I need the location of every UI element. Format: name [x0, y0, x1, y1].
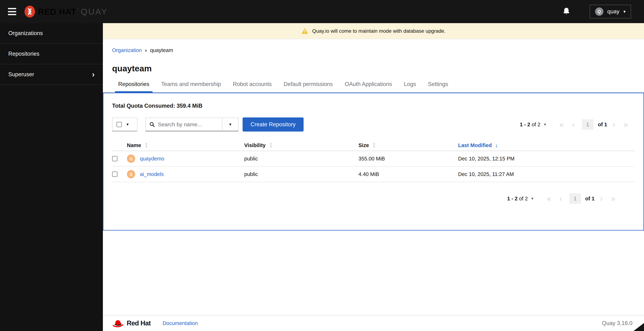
breadcrumb-current: quayteam	[150, 47, 173, 53]
sidebar-item-repositories[interactable]: Repositories	[0, 44, 103, 64]
select-all-checkbox[interactable]	[116, 122, 122, 127]
banner-message: Quay.io will come to maintain mode with …	[312, 28, 446, 34]
brand-redhat-text: RED HAT	[38, 7, 76, 17]
tab-settings[interactable]: Settings	[428, 81, 448, 93]
previous-page-button[interactable]: ‹	[557, 195, 565, 203]
sidebar-item-label: Repositories	[8, 51, 39, 57]
pagination-bottom: 1 - 2 of 2 ▾ « ‹ of 1 › »	[507, 193, 618, 204]
page-count: of 1	[585, 196, 594, 202]
sort-descending-icon[interactable]: ↓	[495, 142, 498, 149]
pagination-range-suffix: of 2	[530, 122, 540, 127]
first-page-button[interactable]: «	[556, 121, 566, 128]
user-name: quay	[607, 8, 620, 15]
tab-repositories[interactable]: Repositories	[118, 81, 149, 93]
sidebar-item-superuser[interactable]: Superuser ›	[0, 64, 103, 85]
pagination-range-strong: 1 - 2	[507, 196, 518, 201]
user-avatar: Q	[595, 8, 604, 16]
table-row: Q quaydemo public 355.00 MiB Dec 10, 202…	[112, 151, 635, 167]
documentation-link[interactable]: Documentation	[162, 320, 198, 326]
repo-last-modified: Dec 10, 2025, 11:27 AM	[458, 171, 635, 177]
registered-mark: ®	[76, 7, 79, 11]
next-page-button[interactable]: ›	[597, 195, 606, 203]
tab-logs[interactable]: Logs	[404, 81, 416, 93]
previous-page-button[interactable]: ‹	[569, 121, 578, 128]
sidebar-item-label: Superuser	[8, 71, 34, 78]
user-menu[interactable]: Q quay ▾	[590, 5, 631, 19]
column-header-size[interactable]: Size	[358, 142, 369, 148]
hamburger-menu-icon[interactable]	[8, 8, 16, 15]
column-header-visibility[interactable]: Visibility	[244, 142, 266, 148]
repo-last-modified: Dec 10, 2025, 12:15 PM	[458, 156, 635, 162]
column-header-name[interactable]: Name	[127, 142, 141, 148]
tab-robot-accounts[interactable]: Robot accounts	[233, 81, 272, 93]
tab-teams-and-membership[interactable]: Teams and membership	[161, 81, 221, 93]
first-page-button[interactable]: «	[544, 195, 554, 203]
row-checkbox[interactable]	[112, 171, 118, 177]
last-page-button[interactable]: »	[608, 195, 618, 203]
row-checkbox[interactable]	[112, 156, 118, 161]
next-page-button[interactable]: ›	[610, 121, 618, 128]
pagination-top: 1 - 2 of 2 ▾ « ‹ of 1 › »	[520, 119, 631, 130]
pagination-menu-caret-icon[interactable]: ▾	[531, 196, 533, 201]
current-page-input[interactable]	[569, 193, 581, 204]
redhat-footer-logo: Red Hat	[112, 319, 151, 327]
warning-triangle-icon	[302, 28, 308, 34]
last-page-button[interactable]: »	[621, 121, 631, 128]
breadcrumb-organization-link[interactable]: Organization	[112, 47, 142, 53]
quay-logo-mark-icon	[24, 6, 35, 18]
repo-avatar: Q	[127, 170, 135, 178]
main-content: Quay.io will come to maintain mode with …	[103, 23, 644, 331]
pagination-range: 1 - 2 of 2	[507, 196, 528, 202]
table-header-row: Name Visibility Size Last Modified ↓	[112, 140, 635, 151]
table-row: Q ai_models public 4.40 MiB Dec 10, 2025…	[112, 167, 635, 182]
repo-size: 4.40 MiB	[358, 171, 458, 177]
repo-avatar: Q	[127, 154, 135, 163]
masthead: RED HAT® QUAY Q quay ▾	[0, 0, 644, 23]
chevron-down-icon: ▾	[229, 122, 232, 127]
notifications-bell-icon[interactable]	[563, 8, 570, 16]
repo-link[interactable]: ai_models	[140, 171, 164, 177]
search-icon	[149, 122, 155, 127]
total-quota-consumed: Total Quota Consumed: 359.4 MiB	[112, 103, 644, 109]
brand-quay-text: QUAY	[81, 7, 108, 17]
pagination-range: 1 - 2 of 2	[520, 122, 540, 128]
quay-logo: RED HAT® QUAY	[24, 6, 108, 18]
bulk-select-dropdown[interactable]: ▾	[112, 118, 137, 131]
org-tabs: Repositories Teams and membership Robot …	[103, 81, 644, 93]
user-menu-caret-icon: ▾	[624, 9, 626, 14]
search-box	[145, 118, 222, 131]
footer: Red Hat Documentation Quay 3.16.0	[103, 315, 644, 331]
sort-icon[interactable]	[269, 143, 273, 148]
breadcrumb: Organization › quayteam	[103, 39, 644, 53]
redhat-brand-text: Red Hat	[127, 319, 151, 327]
repositories-table: Name Visibility Size Last Modified ↓	[112, 140, 635, 182]
pagination-range-suffix: of 2	[518, 196, 528, 201]
search-input[interactable]	[158, 121, 216, 128]
pagination-menu-caret-icon[interactable]: ▾	[544, 122, 546, 127]
search-group: ▾	[145, 118, 238, 131]
quay-version: Quay 3.16.0	[602, 320, 632, 326]
repo-visibility: public	[244, 171, 358, 177]
sidebar: Organizations Repositories Superuser ›	[0, 23, 103, 331]
column-header-last-modified[interactable]: Last Modified	[458, 142, 492, 148]
repositories-panel: Total Quota Consumed: 359.4 MiB ▾ ▾ Cr	[103, 93, 644, 230]
maintenance-warning-banner: Quay.io will come to maintain mode with …	[103, 23, 644, 39]
sort-icon[interactable]	[144, 143, 148, 148]
repo-size: 355.00 MiB	[358, 156, 458, 162]
sort-icon[interactable]	[372, 143, 376, 148]
toolbar: ▾ ▾ Create Repository 1 - 2 of 2 ▾	[104, 117, 644, 132]
chevron-right-icon: ›	[92, 71, 94, 78]
tab-oauth-applications[interactable]: OAuth Applications	[345, 81, 392, 93]
repo-link[interactable]: quaydemo	[140, 156, 164, 162]
current-page-input[interactable]	[582, 119, 594, 130]
chevron-down-icon: ▾	[126, 122, 129, 127]
search-filter-dropdown[interactable]: ▾	[222, 118, 238, 131]
tab-default-permissions[interactable]: Default permissions	[284, 81, 333, 93]
corner-resize-triangle	[634, 323, 644, 331]
create-repository-button[interactable]: Create Repository	[242, 117, 304, 132]
sidebar-item-organizations[interactable]: Organizations	[0, 23, 103, 44]
breadcrumb-separator-icon: ›	[145, 47, 147, 53]
repo-visibility: public	[244, 156, 358, 162]
sidebar-item-label: Organizations	[8, 30, 43, 37]
pagination-range-strong: 1 - 2	[520, 122, 530, 127]
